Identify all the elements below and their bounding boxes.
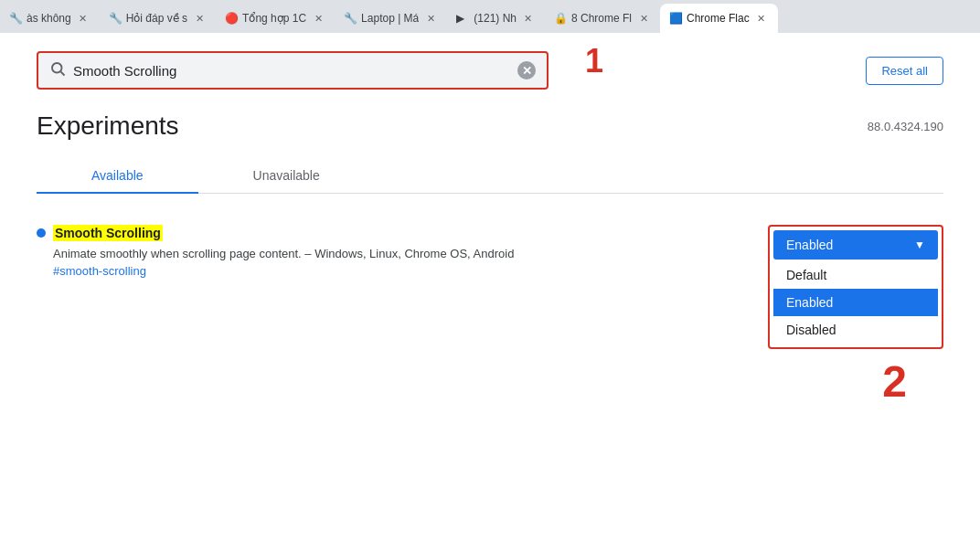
tab-5-close[interactable]: ✕ (521, 11, 536, 26)
feature-left: Smooth Scrolling Animate smoothly when s… (37, 225, 768, 278)
chevron-down-icon: ▼ (914, 238, 925, 251)
search-icon (49, 60, 66, 80)
version-text: 88.0.4324.190 (868, 120, 943, 133)
tab-5-icon: ▶ (456, 12, 469, 25)
annotation-1: 1 (585, 42, 603, 80)
tab-2[interactable]: 🔧 Hỏi đáp về s ✕ (100, 4, 216, 33)
feature-title-row: Smooth Scrolling (37, 225, 768, 241)
tabs-nav: Available Unavailable (37, 159, 943, 194)
tab-5[interactable]: ▶ (121) Nh ✕ (447, 4, 545, 33)
dropdown-area: Enabled ▼ Default Enabled Disabled 2 (768, 225, 943, 407)
tab-1-close[interactable]: ✕ (76, 11, 91, 26)
experiments-header: Experiments 88.0.4324.190 (37, 111, 943, 141)
tab-3-label: Tổng hợp 1C (242, 12, 306, 25)
dropdown-selected-label: Enabled (786, 238, 833, 252)
dropdown-option-default[interactable]: Default (773, 261, 938, 289)
tab-4-label: Laptop | Má (361, 12, 419, 25)
tab-3-close[interactable]: ✕ (311, 11, 325, 26)
tab-7-icon: 🟦 (669, 12, 682, 25)
tab-3-icon: 🔴 (225, 12, 238, 25)
tab-3[interactable]: 🔴 Tổng hợp 1C ✕ (216, 4, 335, 33)
tab-1-icon: 🔧 (9, 12, 22, 25)
dropdown-options-list: Default Enabled Disabled (773, 261, 938, 344)
search-input[interactable] (73, 63, 517, 79)
tab-bar: 🔧 às không ✕ 🔧 Hỏi đáp về s ✕ 🔴 Tổng hợp… (0, 0, 980, 33)
feature-row: Smooth Scrolling Animate smoothly when s… (37, 216, 943, 416)
dropdown-option-disabled[interactable]: Disabled (773, 316, 938, 344)
tab-1[interactable]: 🔧 às không ✕ (0, 4, 100, 33)
tab-4-icon: 🔧 (344, 12, 357, 25)
page-title: Experiments (37, 111, 179, 141)
tab-2-label: Hỏi đáp về s (126, 12, 187, 25)
tab-6-icon: 🔒 (554, 12, 567, 25)
tab-5-label: (121) Nh (474, 12, 517, 25)
tab-1-label: às không (27, 12, 71, 25)
tab-7[interactable]: 🟦 Chrome Flac ✕ (660, 4, 778, 33)
dropdown-select-button[interactable]: Enabled ▼ (773, 230, 938, 260)
page-content: ✕ 1 Reset all Experiments 88.0.4324.190 … (0, 33, 980, 434)
feature-name: Smooth Scrolling (53, 225, 163, 241)
tab-6-label: 8 Chrome Fl (571, 12, 632, 25)
feature-description: Animate smoothly when scrolling page con… (53, 247, 768, 260)
tab-7-label: Chrome Flac (687, 12, 750, 25)
tab-available[interactable]: Available (37, 159, 198, 194)
tab-2-close[interactable]: ✕ (192, 11, 207, 26)
search-container: ✕ 1 Reset all (37, 51, 943, 90)
tab-6-close[interactable]: ✕ (636, 11, 651, 26)
feature-indicator-dot (37, 228, 46, 238)
svg-line-1 (60, 71, 64, 75)
tab-unavailable[interactable]: Unavailable (198, 159, 375, 194)
dropdown-container: Enabled ▼ Default Enabled Disabled (768, 225, 943, 349)
reset-all-button[interactable]: Reset all (866, 57, 943, 85)
tab-7-close[interactable]: ✕ (754, 11, 769, 26)
svg-point-0 (52, 63, 62, 73)
dropdown-option-enabled[interactable]: Enabled (773, 289, 938, 316)
search-area: ✕ 1 (37, 51, 549, 90)
search-clear-button[interactable]: ✕ (517, 61, 536, 79)
tab-2-icon: 🔧 (109, 12, 122, 25)
tab-4-close[interactable]: ✕ (423, 11, 438, 26)
tab-6[interactable]: 🔒 8 Chrome Fl ✕ (545, 4, 660, 33)
feature-link[interactable]: #smooth-scrolling (53, 264, 768, 278)
annotation-2: 2 (882, 356, 943, 407)
search-box: ✕ (37, 51, 549, 90)
tab-4[interactable]: 🔧 Laptop | Má ✕ (335, 4, 447, 33)
